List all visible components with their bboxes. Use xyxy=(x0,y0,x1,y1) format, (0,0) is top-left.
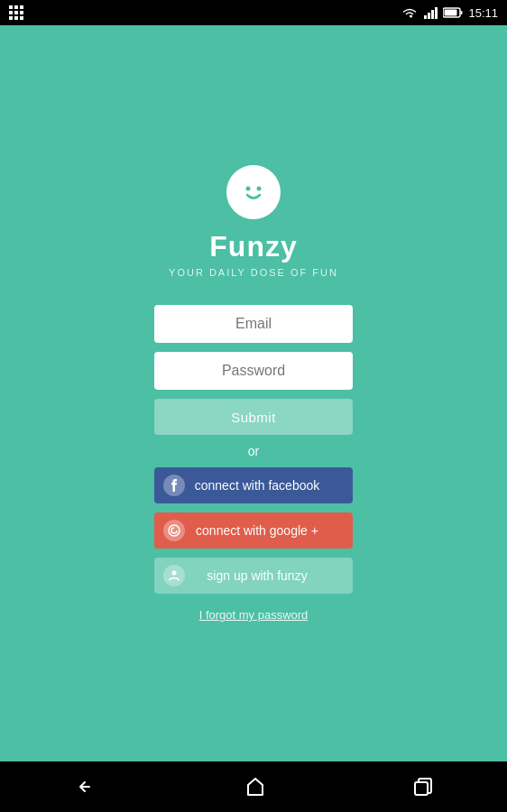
submit-button[interactable]: Submit xyxy=(154,399,353,435)
google-icon xyxy=(163,520,185,541)
svg-point-5 xyxy=(257,187,262,191)
wifi-icon xyxy=(401,6,419,19)
svg-point-7 xyxy=(172,571,177,576)
app-title: Funzy xyxy=(209,230,297,263)
signal-bars-icon xyxy=(424,6,438,19)
svg-point-4 xyxy=(246,187,251,191)
status-bar: 15:11 xyxy=(0,0,507,25)
status-bar-right: 15:11 xyxy=(401,6,498,20)
grid-icon xyxy=(9,5,23,20)
back-button[interactable] xyxy=(73,777,98,797)
or-label: or xyxy=(248,444,259,458)
forgot-password-link[interactable]: I forgot my password xyxy=(199,608,309,622)
logo-container: Funzy YOUR DAILY DOSE OF FUN xyxy=(169,165,338,278)
svg-point-3 xyxy=(237,176,270,208)
google-button[interactable]: connect with google + xyxy=(154,512,353,549)
facebook-icon xyxy=(163,475,185,496)
svg-rect-2 xyxy=(445,10,457,16)
signup-icon xyxy=(163,565,185,586)
logo-icon xyxy=(226,165,281,219)
facebook-button[interactable]: connect with facebook xyxy=(154,467,353,503)
battery-icon xyxy=(443,7,463,18)
status-bar-left xyxy=(9,5,23,20)
svg-point-6 xyxy=(169,525,180,536)
facebook-button-label: connect with facebook xyxy=(192,478,322,493)
home-button[interactable] xyxy=(244,776,266,798)
status-time: 15:11 xyxy=(468,6,498,20)
google-button-label: connect with google + xyxy=(192,523,322,538)
main-content: Funzy YOUR DAILY DOSE OF FUN Submit or c… xyxy=(0,25,507,761)
email-input[interactable] xyxy=(154,305,353,343)
svg-rect-8 xyxy=(415,782,428,795)
app-subtitle: YOUR DAILY DOSE OF FUN xyxy=(169,267,338,278)
signup-button[interactable]: sign up with funzy xyxy=(154,558,353,594)
svg-rect-1 xyxy=(461,11,463,14)
recent-apps-button[interactable] xyxy=(412,776,434,798)
bottom-nav xyxy=(0,761,507,812)
signup-button-label: sign up with funzy xyxy=(192,568,322,583)
password-input[interactable] xyxy=(154,352,353,390)
login-form: Submit or connect with facebook connect … xyxy=(154,305,353,622)
